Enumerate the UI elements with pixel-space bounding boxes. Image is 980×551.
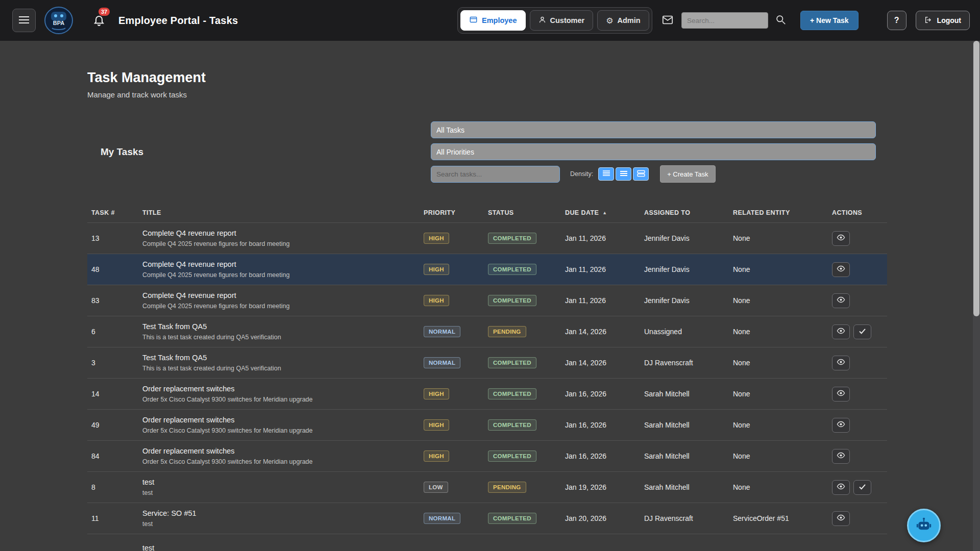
envelope-icon [661, 14, 674, 27]
task-table: TASK # TITLE PRIORITY STATUS DUE DATE ▲ … [87, 203, 887, 551]
task-description: Order 5x Cisco Catalyst 9300 switches fo… [142, 427, 420, 434]
notifications-button[interactable]: 37 [93, 13, 107, 28]
view-task-button[interactable] [832, 324, 850, 339]
view-task-button[interactable] [832, 356, 850, 370]
density-spacious-button[interactable] [633, 167, 649, 181]
col-due-date[interactable]: DUE DATE ▲ [561, 209, 640, 216]
magnifier-icon [775, 14, 786, 27]
view-task-button[interactable] [832, 511, 850, 526]
eye-icon [837, 483, 845, 491]
table-row[interactable]: 14 Order replacement switches Order 5x C… [87, 378, 887, 409]
task-number: 84 [87, 452, 138, 460]
logout-button[interactable]: Logout [916, 11, 970, 30]
table-row[interactable]: 13 Complete Q4 revenue report Compile Q4… [87, 222, 887, 254]
density-compact-button[interactable] [598, 167, 614, 181]
due-date: Jan 16, 2026 [561, 452, 640, 460]
top-right-actions: + New Task ? Logout [661, 11, 970, 30]
view-task-button[interactable] [832, 293, 850, 308]
view-task-button[interactable] [832, 418, 850, 433]
help-button[interactable]: ? [887, 11, 906, 30]
view-task-button[interactable] [832, 480, 850, 495]
priority-badge: NORMAL [424, 357, 460, 368]
density-label: Density: [570, 170, 593, 178]
complete-task-button[interactable] [853, 480, 871, 495]
due-date: Jan 14, 2026 [561, 328, 640, 336]
eye-icon [837, 296, 845, 305]
page-title: Task Management [87, 70, 980, 86]
due-date: Jan 16, 2026 [561, 421, 640, 429]
task-description: Compile Q4 2025 revenue figures for boar… [142, 271, 420, 279]
create-task-button[interactable]: + Create Task [660, 165, 715, 183]
task-number: 11 [87, 514, 138, 522]
col-task-number[interactable]: TASK # [87, 209, 138, 216]
status-badge: PENDING [488, 326, 526, 337]
page-scrollbar [973, 41, 980, 551]
task-number: 14 [87, 390, 138, 398]
related-entity: ServiceOrder #51 [729, 514, 828, 522]
hamburger-icon [19, 16, 29, 26]
eye-icon [837, 514, 845, 522]
col-title[interactable]: TITLE [138, 209, 420, 216]
task-filter-select[interactable]: All Tasks [431, 121, 876, 138]
assigned-to: Sarah Mitchell [640, 452, 729, 460]
assigned-to: Sarah Mitchell [640, 483, 729, 491]
view-task-button[interactable] [832, 387, 850, 402]
global-search-input[interactable] [681, 12, 768, 29]
status-badge: COMPLETED [488, 513, 536, 524]
search-button[interactable] [775, 14, 786, 27]
tab-customer[interactable]: Customer [530, 10, 594, 31]
menu-button[interactable] [12, 9, 36, 32]
table-row[interactable]: 84 Order replacement switches Order 5x C… [87, 440, 887, 471]
new-task-button[interactable]: + New Task [800, 11, 859, 30]
table-row[interactable]: 49 Order replacement switches Order 5x C… [87, 409, 887, 440]
task-title: Complete Q4 revenue report [142, 229, 420, 237]
complete-task-button[interactable] [853, 324, 871, 339]
col-related-entity[interactable]: RELATED ENTITY [729, 209, 828, 216]
messages-button[interactable] [661, 14, 674, 27]
tab-admin[interactable]: ⚙ Admin [597, 10, 649, 31]
status-badge: COMPLETED [488, 264, 536, 275]
assistant-fab-button[interactable] [907, 509, 941, 542]
scrollbar-thumb[interactable] [973, 41, 979, 316]
table-row[interactable]: 6 Test Task from QA5 This is a test task… [87, 316, 887, 347]
table-row[interactable]: 48 Complete Q4 revenue report Compile Q4… [87, 254, 887, 285]
compact-density-icon [602, 170, 610, 179]
priority-filter-select[interactable]: All Priorities [431, 143, 876, 160]
related-entity: None [729, 359, 828, 367]
eye-icon [837, 390, 845, 398]
due-date: Jan 16, 2026 [561, 390, 640, 398]
tab-employee[interactable]: Employee [460, 10, 526, 31]
table-row[interactable]: 3 Test Task from QA5 This is a test task… [87, 347, 887, 378]
due-date: Jan 19, 2026 [561, 483, 640, 491]
table-row[interactable]: test [87, 534, 887, 551]
check-icon [859, 483, 866, 491]
priority-badge: HIGH [424, 233, 449, 244]
col-priority[interactable]: PRIORITY [420, 209, 484, 216]
task-description: test [142, 489, 420, 496]
spacious-density-icon [637, 170, 645, 179]
eye-icon [837, 265, 845, 273]
view-task-button[interactable] [832, 262, 850, 277]
assigned-to: Sarah Mitchell [640, 390, 729, 398]
task-title: Order replacement switches [142, 416, 420, 424]
eye-icon [837, 234, 845, 242]
controls-row: My Tasks All Tasks All Priorities Densit… [87, 121, 887, 183]
related-entity: None [729, 234, 828, 242]
table-row[interactable]: 11 Service: SO #51 test NORMAL COMPLETED… [87, 503, 887, 534]
role-switcher: Employee Customer ⚙ Admin [457, 7, 652, 34]
task-title: Order replacement switches [142, 385, 420, 393]
col-status[interactable]: STATUS [484, 209, 561, 216]
task-search-input[interactable] [431, 166, 560, 183]
density-comfortable-button[interactable] [616, 167, 631, 181]
table-row[interactable]: 83 Complete Q4 revenue report Compile Q4… [87, 285, 887, 316]
svg-text:BPA: BPA [53, 20, 64, 26]
status-badge: COMPLETED [488, 388, 536, 399]
view-task-button[interactable] [832, 449, 850, 464]
due-date: Jan 11, 2026 [561, 234, 640, 242]
task-description: test [142, 520, 420, 528]
col-assigned-to[interactable]: ASSIGNED TO [640, 209, 729, 216]
portal-title: Employee Portal - Tasks [118, 15, 238, 27]
view-task-button[interactable] [832, 231, 850, 246]
table-row[interactable]: 8 test test LOW PENDING Jan 19, 2026 Sar… [87, 471, 887, 503]
task-table-body: 13 Complete Q4 revenue report Compile Q4… [87, 222, 887, 551]
